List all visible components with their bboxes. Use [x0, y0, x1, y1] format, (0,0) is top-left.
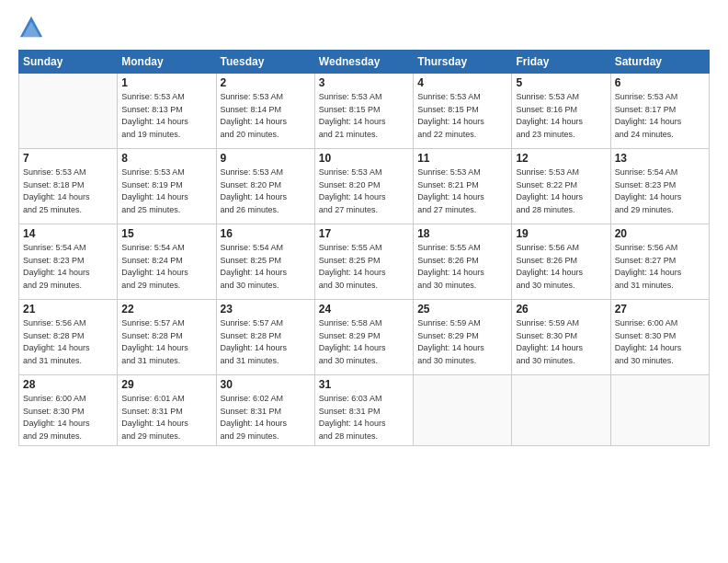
calendar-cell: 1Sunrise: 5:53 AM Sunset: 8:13 PM Daylig…: [118, 74, 216, 149]
day-info: Sunrise: 5:59 AM Sunset: 8:29 PM Dayligh…: [417, 317, 507, 367]
day-info: Sunrise: 5:53 AM Sunset: 8:17 PM Dayligh…: [615, 91, 705, 141]
weekday-header-wednesday: Wednesday: [314, 51, 413, 74]
calendar-cell: 4Sunrise: 5:53 AM Sunset: 8:15 PM Daylig…: [414, 74, 512, 149]
day-number: 18: [417, 227, 507, 240]
calendar-cell: 14Sunrise: 5:54 AM Sunset: 8:23 PM Dayli…: [19, 224, 118, 300]
calendar-cell: 28Sunrise: 6:00 AM Sunset: 8:30 PM Dayli…: [19, 375, 118, 446]
day-number: 1: [121, 76, 211, 89]
day-number: 27: [615, 303, 705, 316]
day-info: Sunrise: 5:53 AM Sunset: 8:21 PM Dayligh…: [417, 167, 507, 216]
day-info: Sunrise: 5:57 AM Sunset: 8:28 PM Dayligh…: [121, 317, 211, 367]
calendar-cell: 21Sunrise: 5:56 AM Sunset: 8:28 PM Dayli…: [19, 300, 118, 375]
day-info: Sunrise: 5:53 AM Sunset: 8:18 PM Dayligh…: [23, 167, 113, 216]
day-number: 21: [23, 303, 113, 316]
weekday-header-saturday: Saturday: [610, 51, 709, 74]
calendar-cell: [610, 375, 709, 446]
calendar-cell: 26Sunrise: 5:59 AM Sunset: 8:30 PM Dayli…: [512, 300, 610, 375]
day-number: 30: [221, 378, 311, 391]
calendar-cell: 20Sunrise: 5:56 AM Sunset: 8:27 PM Dayli…: [610, 224, 709, 300]
calendar-page: SundayMondayTuesdayWednesdayThursdayFrid…: [0, 0, 728, 563]
day-info: Sunrise: 6:01 AM Sunset: 8:31 PM Dayligh…: [121, 393, 211, 442]
day-info: Sunrise: 5:53 AM Sunset: 8:19 PM Dayligh…: [121, 167, 211, 216]
day-number: 6: [615, 76, 705, 89]
day-info: Sunrise: 6:00 AM Sunset: 8:30 PM Dayligh…: [615, 317, 705, 367]
calendar-cell: 6Sunrise: 5:53 AM Sunset: 8:17 PM Daylig…: [610, 74, 709, 149]
day-number: 4: [417, 76, 507, 89]
day-info: Sunrise: 5:54 AM Sunset: 8:23 PM Dayligh…: [23, 242, 113, 292]
day-info: Sunrise: 5:55 AM Sunset: 8:26 PM Dayligh…: [417, 242, 507, 292]
day-number: 22: [121, 303, 211, 316]
calendar-cell: 3Sunrise: 5:53 AM Sunset: 8:15 PM Daylig…: [314, 74, 413, 149]
day-info: Sunrise: 6:03 AM Sunset: 8:31 PM Dayligh…: [319, 393, 409, 442]
calendar-cell: 19Sunrise: 5:56 AM Sunset: 8:26 PM Dayli…: [512, 224, 610, 300]
calendar-cell: 25Sunrise: 5:59 AM Sunset: 8:29 PM Dayli…: [414, 300, 512, 375]
day-info: Sunrise: 5:53 AM Sunset: 8:22 PM Dayligh…: [516, 167, 606, 216]
calendar-week-row: 14Sunrise: 5:54 AM Sunset: 8:23 PM Dayli…: [19, 224, 710, 300]
weekday-header-thursday: Thursday: [414, 51, 512, 74]
calendar-cell: 15Sunrise: 5:54 AM Sunset: 8:24 PM Dayli…: [118, 224, 216, 300]
day-info: Sunrise: 5:58 AM Sunset: 8:29 PM Dayligh…: [319, 317, 409, 367]
day-number: 11: [417, 152, 507, 165]
day-info: Sunrise: 5:53 AM Sunset: 8:16 PM Dayligh…: [516, 91, 606, 141]
day-number: 8: [121, 152, 211, 165]
weekday-header-monday: Monday: [118, 51, 216, 74]
calendar-cell: 8Sunrise: 5:53 AM Sunset: 8:19 PM Daylig…: [118, 149, 216, 224]
calendar-cell: 16Sunrise: 5:54 AM Sunset: 8:25 PM Dayli…: [216, 224, 314, 300]
day-number: 12: [516, 152, 606, 165]
calendar-cell: [414, 375, 512, 446]
day-number: 31: [319, 378, 409, 391]
calendar-cell: 2Sunrise: 5:53 AM Sunset: 8:14 PM Daylig…: [216, 74, 314, 149]
day-number: 9: [221, 152, 311, 165]
day-info: Sunrise: 5:54 AM Sunset: 8:23 PM Dayligh…: [615, 167, 705, 216]
day-number: 17: [319, 227, 409, 240]
calendar-cell: 5Sunrise: 5:53 AM Sunset: 8:16 PM Daylig…: [512, 74, 610, 149]
day-number: 2: [221, 76, 311, 89]
calendar-cell: [19, 74, 118, 149]
day-info: Sunrise: 5:53 AM Sunset: 8:20 PM Dayligh…: [319, 167, 409, 216]
calendar-cell: 12Sunrise: 5:53 AM Sunset: 8:22 PM Dayli…: [512, 149, 610, 224]
calendar-cell: 7Sunrise: 5:53 AM Sunset: 8:18 PM Daylig…: [19, 149, 118, 224]
day-number: 28: [23, 378, 113, 391]
calendar-cell: 27Sunrise: 6:00 AM Sunset: 8:30 PM Dayli…: [610, 300, 709, 375]
calendar-week-row: 7Sunrise: 5:53 AM Sunset: 8:18 PM Daylig…: [19, 149, 710, 224]
weekday-header-friday: Friday: [512, 51, 610, 74]
calendar-cell: 30Sunrise: 6:02 AM Sunset: 8:31 PM Dayli…: [216, 375, 314, 446]
calendar-table: SundayMondayTuesdayWednesdayThursdayFrid…: [18, 50, 710, 446]
day-number: 29: [121, 378, 211, 391]
day-info: Sunrise: 5:59 AM Sunset: 8:30 PM Dayligh…: [516, 317, 606, 367]
logo-icon: [18, 15, 44, 40]
day-number: 20: [615, 227, 705, 240]
calendar-cell: 13Sunrise: 5:54 AM Sunset: 8:23 PM Dayli…: [610, 149, 709, 224]
day-info: Sunrise: 5:53 AM Sunset: 8:15 PM Dayligh…: [319, 91, 409, 141]
logo: [18, 15, 48, 40]
day-info: Sunrise: 5:56 AM Sunset: 8:26 PM Dayligh…: [516, 242, 606, 292]
day-number: 15: [121, 227, 211, 240]
calendar-cell: 11Sunrise: 5:53 AM Sunset: 8:21 PM Dayli…: [414, 149, 512, 224]
day-info: Sunrise: 5:53 AM Sunset: 8:14 PM Dayligh…: [221, 91, 311, 141]
day-info: Sunrise: 5:54 AM Sunset: 8:25 PM Dayligh…: [221, 242, 311, 292]
calendar-week-row: 1Sunrise: 5:53 AM Sunset: 8:13 PM Daylig…: [19, 74, 710, 149]
calendar-week-row: 28Sunrise: 6:00 AM Sunset: 8:30 PM Dayli…: [19, 375, 710, 446]
day-number: 19: [516, 227, 606, 240]
day-info: Sunrise: 5:56 AM Sunset: 8:27 PM Dayligh…: [615, 242, 705, 292]
day-number: 26: [516, 303, 606, 316]
day-number: 16: [221, 227, 311, 240]
calendar-week-row: 21Sunrise: 5:56 AM Sunset: 8:28 PM Dayli…: [19, 300, 710, 375]
weekday-header-sunday: Sunday: [19, 51, 118, 74]
weekday-header-tuesday: Tuesday: [216, 51, 314, 74]
day-number: 25: [417, 303, 507, 316]
calendar-cell: 24Sunrise: 5:58 AM Sunset: 8:29 PM Dayli…: [314, 300, 413, 375]
day-number: 5: [516, 76, 606, 89]
calendar-cell: 18Sunrise: 5:55 AM Sunset: 8:26 PM Dayli…: [414, 224, 512, 300]
day-number: 14: [23, 227, 113, 240]
calendar-cell: 17Sunrise: 5:55 AM Sunset: 8:25 PM Dayli…: [314, 224, 413, 300]
day-info: Sunrise: 6:00 AM Sunset: 8:30 PM Dayligh…: [23, 393, 113, 442]
day-number: 13: [615, 152, 705, 165]
day-number: 3: [319, 76, 409, 89]
calendar-cell: [512, 375, 610, 446]
day-info: Sunrise: 5:53 AM Sunset: 8:20 PM Dayligh…: [221, 167, 311, 216]
weekday-header-row: SundayMondayTuesdayWednesdayThursdayFrid…: [19, 51, 710, 74]
calendar-cell: 31Sunrise: 6:03 AM Sunset: 8:31 PM Dayli…: [314, 375, 413, 446]
day-info: Sunrise: 5:54 AM Sunset: 8:24 PM Dayligh…: [121, 242, 211, 292]
day-number: 7: [23, 152, 113, 165]
